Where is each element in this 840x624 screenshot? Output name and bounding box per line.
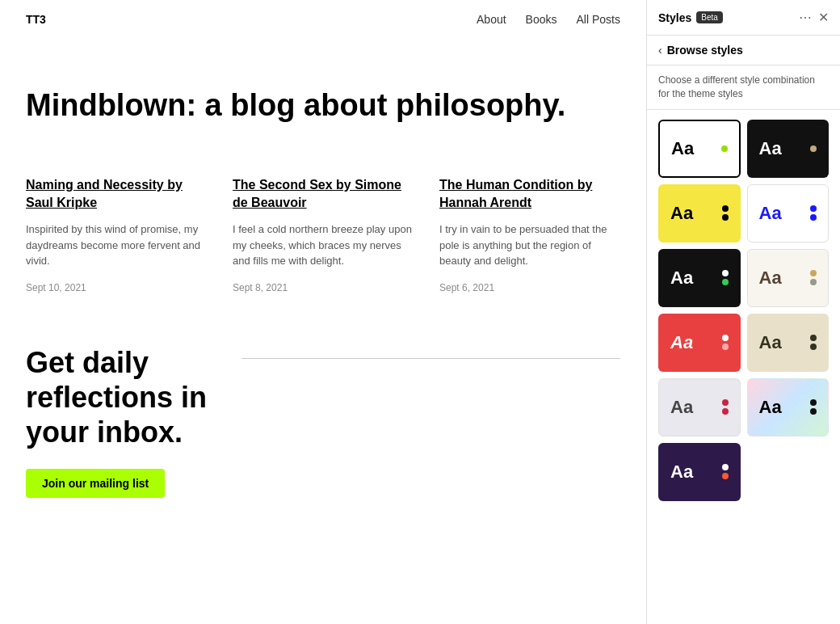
post-title-1[interactable]: Naming and Necessity by Saul Kripke (26, 176, 207, 213)
panel-description: Choose a different style combination for… (647, 65, 840, 110)
site-logo: TT3 (26, 13, 46, 26)
newsletter-divider (242, 358, 620, 359)
style-card-2[interactable]: Aa (747, 120, 830, 178)
more-options-icon[interactable]: ⋯ (799, 10, 812, 25)
post-excerpt-2: I feel a cold northern breeze play upon … (233, 221, 414, 269)
style-card-1[interactable]: Aa (658, 120, 741, 178)
style-card-9[interactable]: Aa (658, 378, 741, 436)
nav-about[interactable]: About (477, 13, 506, 26)
style-card-11[interactable]: Aa (658, 443, 741, 501)
hero-title: Mindblown: a blog about philosophy. (26, 87, 620, 124)
join-mailing-list-button[interactable]: Join our mailing list (26, 469, 165, 498)
style-card-8[interactable]: Aa (747, 314, 830, 372)
newsletter-section: Get daily reflections in your inbox. Joi… (0, 313, 646, 531)
newsletter-right (242, 345, 620, 359)
post-excerpt-1: Inspirited by this wind of promise, my d… (26, 221, 207, 269)
post-card-1: Naming and Necessity by Saul Kripke Insp… (26, 176, 207, 293)
newsletter-left: Get daily reflections in your inbox. Joi… (26, 345, 216, 499)
style-card-5[interactable]: Aa (658, 249, 741, 307)
post-card-2: The Second Sex by Simone de Beauvoir I f… (233, 176, 414, 293)
post-title-3[interactable]: The Human Condition by Hannah Arendt (439, 176, 620, 213)
beta-badge: Beta (696, 11, 723, 23)
styles-grid: Aa Aa Aa (647, 110, 840, 511)
post-title-2[interactable]: The Second Sex by Simone de Beauvoir (233, 176, 414, 213)
panel-header: Styles Beta ⋯ ✕ (647, 0, 840, 36)
browse-styles-title: Browse styles (667, 44, 743, 57)
post-date-2: Sept 8, 2021 (233, 282, 414, 293)
style-card-3[interactable]: Aa (658, 184, 741, 242)
style-card-7[interactable]: Aa (658, 314, 741, 372)
navigation: TT3 About Books All Posts (0, 0, 646, 39)
panel-header-actions: ⋯ ✕ (799, 10, 829, 25)
panel-nav: ‹ Browse styles (647, 36, 840, 65)
panel-title: Styles (658, 11, 691, 24)
posts-grid: Naming and Necessity by Saul Kripke Insp… (0, 157, 646, 313)
style-card-4[interactable]: Aa (747, 184, 830, 242)
nav-books[interactable]: Books (526, 13, 557, 26)
back-icon[interactable]: ‹ (658, 44, 662, 57)
post-date-1: Sept 10, 2021 (26, 282, 207, 293)
styles-panel: Styles Beta ⋯ ✕ ‹ Browse styles Choose a… (646, 0, 840, 624)
hero-section: Mindblown: a blog about philosophy. (0, 39, 646, 157)
post-date-3: Sept 6, 2021 (439, 282, 620, 293)
post-card-3: The Human Condition by Hannah Arendt I t… (439, 176, 620, 293)
style-card-10[interactable]: Aa (747, 378, 830, 436)
close-icon[interactable]: ✕ (818, 10, 829, 25)
nav-links: About Books All Posts (477, 13, 620, 26)
main-content: TT3 About Books All Posts Mindblown: a b… (0, 0, 646, 624)
nav-all-posts[interactable]: All Posts (577, 13, 620, 26)
newsletter-title: Get daily reflections in your inbox. (26, 345, 216, 450)
post-excerpt-3: I try in vain to be persuaded that the p… (439, 221, 620, 269)
style-card-6[interactable]: Aa (747, 249, 830, 307)
